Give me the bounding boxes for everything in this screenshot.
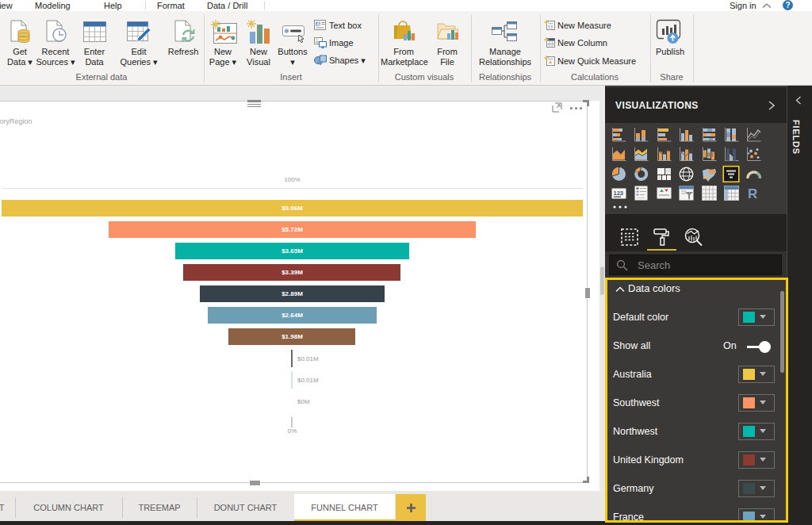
svg-text:123: 123	[614, 190, 624, 197]
svg-text:A: A	[316, 21, 320, 27]
svg-text:R: R	[748, 186, 757, 201]
